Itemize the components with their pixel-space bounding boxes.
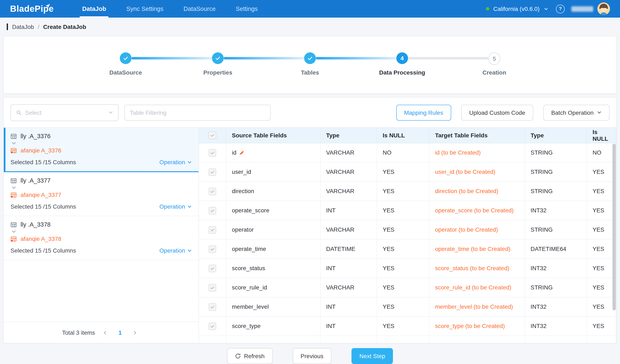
- total-items-text: Total 3 items: [62, 329, 95, 336]
- source-table-icon: [11, 133, 17, 139]
- nav-item[interactable]: DataSource: [184, 0, 216, 18]
- breadcrumb-datajob[interactable]: DataJob: [12, 23, 34, 30]
- nav-item[interactable]: Settings: [236, 0, 258, 18]
- nav-item[interactable]: Sync Settings: [126, 0, 163, 18]
- operation-link[interactable]: Operation: [159, 159, 192, 166]
- region-selector[interactable]: California (v0.6.0): [493, 5, 540, 12]
- select-all-checkbox[interactable]: [209, 132, 216, 139]
- source-field-name: id: [232, 149, 236, 156]
- data-processing-panel: Select Mapping Rules Upload Custom Code …: [3, 97, 617, 344]
- header-target-fields: Target Table Fields: [429, 128, 525, 143]
- footer-actions: Refresh Previous Next Step: [3, 344, 617, 364]
- step-label: Data Processing: [379, 69, 425, 76]
- row-checkbox[interactable]: [209, 168, 216, 176]
- clipped-row: [199, 335, 616, 343]
- source-field-name: member_level: [232, 303, 269, 310]
- mapping-rules-button[interactable]: Mapping Rules: [396, 105, 451, 121]
- step-properties[interactable]: Properties: [212, 52, 224, 64]
- upload-custom-code-button[interactable]: Upload Custom Code: [461, 105, 533, 121]
- brand[interactable]: BladePipe: [10, 4, 64, 14]
- target-field-type: INT32: [525, 258, 587, 278]
- source-table-name: lly .A_3376: [20, 133, 51, 139]
- step-label: Properties: [203, 69, 232, 76]
- pagination: Total 3 items 1: [4, 322, 199, 343]
- vertical-scrollbar-thumb[interactable]: [612, 144, 616, 310]
- source-field-name: operator: [232, 226, 254, 233]
- field-row: id VARCHAR NO id (to be Created): [199, 143, 616, 162]
- target-field-null: YES: [587, 316, 616, 335]
- nav-item[interactable]: DataJob: [82, 0, 106, 18]
- row-checkbox[interactable]: [209, 245, 216, 253]
- pagination-page-1[interactable]: 1: [115, 328, 125, 338]
- next-step-button[interactable]: Next Step: [352, 348, 393, 364]
- breadcrumb-separator: /: [38, 23, 39, 30]
- row-checkbox[interactable]: [209, 303, 216, 311]
- pagination-next[interactable]: [130, 328, 140, 338]
- field-row: score_type INT YES score_type (to be Cre…: [199, 316, 616, 335]
- field-row: operate_score INT YES operate_score (to …: [199, 201, 616, 220]
- target-field-null: YES: [587, 278, 616, 297]
- target-field-name: operate_score (to be Created): [429, 201, 525, 220]
- target-field-type: STRING: [525, 143, 587, 162]
- row-checkbox[interactable]: [209, 226, 216, 233]
- step-data-processing[interactable]: 4 Data Processing: [396, 52, 408, 64]
- batch-operation-button[interactable]: Batch Operation: [543, 105, 609, 121]
- step-tables[interactable]: Tables: [304, 52, 316, 64]
- row-checkbox[interactable]: [209, 322, 216, 330]
- chevron-down-icon[interactable]: [544, 6, 548, 11]
- row-checkbox[interactable]: [209, 265, 216, 272]
- source-field-type: INT: [320, 297, 377, 316]
- source-field-name: operate_score: [232, 207, 269, 214]
- table-pair-card[interactable]: lly .A_3377 afanqi: [4, 172, 199, 216]
- source-field-type: INT: [320, 258, 377, 278]
- source-table-icon: [11, 177, 17, 184]
- chevron-down-icon: [597, 110, 602, 115]
- field-row: score_status INT YES score_status (to be…: [199, 258, 616, 278]
- target-field-null: YES: [587, 201, 616, 220]
- row-checkbox[interactable]: [209, 207, 216, 214]
- table-list-panel: lly .A_3376 afanqi: [4, 128, 199, 343]
- target-field-type: INT32: [525, 297, 587, 316]
- operation-link[interactable]: Operation: [159, 203, 192, 210]
- target-table-name: afanqie A_3376: [20, 147, 61, 154]
- step-connector: [132, 57, 212, 60]
- target-table-icon: [11, 236, 17, 242]
- table-pair-card[interactable]: lly .A_3378 afanqi: [4, 216, 199, 260]
- main-nav: DataJob Sync Settings DataSource Setting…: [72, 0, 268, 18]
- avatar[interactable]: [597, 2, 610, 15]
- source-field-type: DATETIME: [320, 239, 377, 258]
- mapping-arrow-icon: [11, 185, 192, 190]
- target-field-type: DATETIME64: [525, 239, 587, 258]
- breadcrumb-accent-bar: [7, 23, 8, 30]
- target-field-name: score_status (to be Created): [429, 258, 525, 278]
- target-field-type: STRING: [525, 220, 587, 239]
- step-datasource[interactable]: DataSource: [120, 52, 132, 64]
- source-field-null: YES: [377, 258, 429, 278]
- table-filter-input[interactable]: [124, 105, 271, 121]
- source-field-name: score_type: [232, 322, 261, 330]
- row-checkbox[interactable]: [209, 187, 216, 195]
- source-field-name: score_status: [232, 264, 265, 272]
- row-checkbox[interactable]: [209, 284, 216, 291]
- target-field-name: operate_time (to be Created): [429, 239, 525, 258]
- user-name-masked: [571, 6, 593, 12]
- row-checkbox[interactable]: [209, 149, 216, 156]
- target-field-null: YES: [587, 162, 616, 181]
- step-creation[interactable]: 5 Creation: [488, 52, 500, 65]
- previous-button[interactable]: Previous: [293, 348, 331, 364]
- header-source-fields: Source Table Fields: [226, 128, 320, 143]
- table-pair-card[interactable]: lly .A_3376 afanqi: [4, 128, 199, 172]
- edit-field-icon[interactable]: [239, 150, 245, 155]
- operation-link[interactable]: Operation: [159, 247, 192, 254]
- source-field-null: YES: [377, 316, 429, 335]
- selected-columns-text: Selected 15 /15 Columns: [11, 203, 76, 210]
- step-label: Tables: [301, 69, 319, 76]
- refresh-icon: [235, 353, 241, 359]
- target-field-null: NO: [587, 143, 616, 162]
- help-icon[interactable]: ?: [556, 4, 565, 13]
- refresh-button[interactable]: Refresh: [227, 348, 273, 364]
- table-select-dropdown[interactable]: Select: [11, 104, 119, 121]
- step-label: Creation: [482, 69, 506, 76]
- pagination-prev[interactable]: [100, 328, 110, 338]
- target-table-name: afanqie A_3377: [20, 191, 61, 198]
